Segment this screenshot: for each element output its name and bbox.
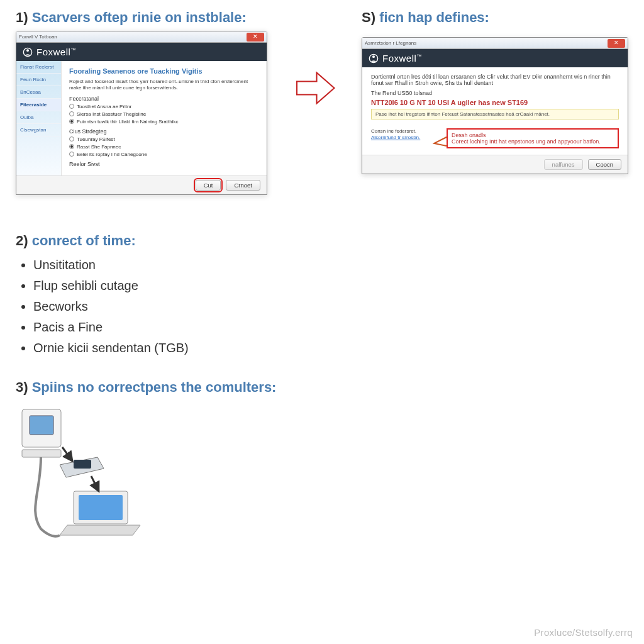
step1-title: 1) Scarvers oftep rinie on instblale:: [16, 9, 267, 26]
addl-label: Consn ine federsret.: [371, 128, 434, 134]
callout-box: Dessh onadls Corect loching Intt hat enp…: [447, 128, 619, 148]
close-icon[interactable]: ✕: [608, 39, 625, 48]
sidebar-item[interactable]: Cisewgstan: [16, 124, 61, 136]
radio-option[interactable]: Eelei its ropfay I hd Canegoone: [69, 152, 259, 157]
warning-bar: Pase ihet hel tregstors ifinton Feteust …: [371, 109, 619, 119]
sidebar-item[interactable]: Ouiba: [16, 111, 61, 124]
bullet-item: Ornie kicii sendentan (TGB): [33, 341, 628, 355]
svg-rect-5: [30, 416, 53, 435]
installer-content: Fooraling Seanenos ore Tuacking Vigitis …: [62, 61, 267, 175]
footer-label: Reelor Sivst: [69, 161, 259, 167]
bullet-item: Pacis a Fine: [33, 320, 628, 335]
addl-link[interactable]: Alsornifund tr srrosbn.: [371, 135, 420, 140]
sub-heading: The Rend USB0 tolsnad: [371, 90, 619, 96]
titlebar: Foxwll V Totboan ✕: [16, 31, 267, 43]
sidebar-item[interactable]: Fianst Reclerst: [16, 61, 61, 74]
callout-arrow-icon: [433, 135, 448, 148]
radio-option[interactable]: Toosthet Ansna ae Pritnr: [69, 104, 259, 109]
connection-diagram: [16, 403, 154, 541]
ok-button[interactable]: Cut: [196, 180, 221, 191]
sidebar-item[interactable]: BnCesaa: [16, 86, 61, 99]
brand-name: Foxwell™: [36, 47, 76, 57]
radio-option[interactable]: Rasst She Fapnnec: [69, 144, 259, 150]
content-intro: Roject and focserod insart thos yarr hor…: [69, 79, 259, 92]
svg-rect-9: [79, 495, 123, 520]
secondary-button[interactable]: nalfunes: [544, 159, 583, 170]
window-title: Asmrztsdon r Lfegnans: [365, 40, 416, 46]
radio-option[interactable]: Tueunray FSifest: [69, 136, 259, 142]
content-heading: Fooraling Seanenos ore Tuacking Vigitis: [69, 67, 259, 75]
svg-point-3: [372, 55, 375, 58]
brand-bar: Foxwell™: [16, 43, 267, 61]
installer-window-1: Foxwll V Totboan ✕ Foxwell™ Fianst Recle…: [16, 31, 267, 195]
sidebar-item[interactable]: Feun Rocin: [16, 74, 61, 86]
bullet-item: Flup sehibli cutage: [33, 279, 628, 293]
option-group-label: Cius Strdegteg: [69, 128, 259, 135]
sidebar-item[interactable]: Fiteeraside: [16, 99, 61, 111]
radio-option[interactable]: Siersa Inst Basstuer Thegisline: [69, 111, 259, 117]
brand-name: Foxwell™: [382, 53, 422, 64]
bullet-item: Becworks: [33, 299, 628, 314]
primary-button[interactable]: Coocn: [588, 159, 621, 170]
step2-title: 2) conrect of time:: [16, 233, 628, 249]
close-icon[interactable]: ✕: [247, 33, 264, 42]
stepS-title: S) ficn hap defines:: [362, 9, 628, 26]
window-title: Foxwll V Totboan: [19, 34, 57, 40]
info-line: Dortientnl orton lres déti til loan ersa…: [371, 74, 619, 86]
brand-bar: Foxwell™: [362, 49, 628, 67]
update-window-2: Asmrztsdon r Lfegnans ✕ Foxwell™ Dortien…: [362, 37, 628, 174]
brand-logo-icon: [23, 47, 33, 57]
radio-option[interactable]: Fuinntsn tuwlk thir Lliald tim Naintng S…: [69, 119, 259, 125]
watermark: Proxluce/Stetsolfy.errq: [534, 627, 633, 638]
option-group-label: Feccratanal: [69, 96, 259, 102]
installer-sidebar: Fianst Reclerst Feun Rocin BnCesaa Fitee…: [16, 61, 62, 175]
svg-rect-7: [74, 460, 91, 469]
bullet-item: Unsititation: [33, 258, 628, 272]
version-notice: NTT20l6 10 G NT 10 USI A ugller has new …: [371, 99, 619, 106]
svg-rect-6: [22, 450, 61, 457]
step3-title: 3) Spiins no correctpens the comulters:: [16, 379, 628, 396]
bullet-list: Unsititation Flup sehibli cutage Becwork…: [33, 258, 628, 355]
cancel-button[interactable]: Crnoet: [226, 180, 260, 191]
flow-arrow-icon: [292, 66, 336, 110]
brand-logo-icon: [369, 53, 379, 64]
svg-point-1: [26, 49, 29, 52]
titlebar: Asmrztsdon r Lfegnans ✕: [362, 38, 628, 49]
